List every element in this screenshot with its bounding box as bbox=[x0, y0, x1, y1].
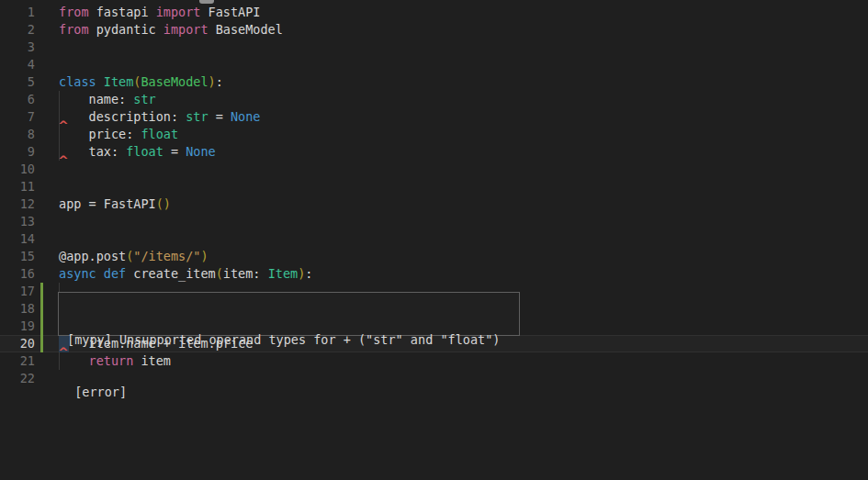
error-caret-icon: ^ bbox=[59, 119, 68, 131]
line-number[interactable]: 18 bbox=[0, 300, 35, 318]
code-token: "/items/" bbox=[133, 249, 200, 263]
line-number[interactable]: 9 bbox=[0, 143, 35, 161]
code-token: tax: bbox=[59, 144, 126, 159]
code-token: str bbox=[133, 92, 155, 106]
code-token: = bbox=[209, 109, 231, 124]
line-number[interactable]: 5 bbox=[0, 73, 35, 91]
code-line[interactable]: price: float bbox=[59, 126, 312, 143]
code-token: description: bbox=[59, 109, 186, 124]
code-editor[interactable]: 12345678910111213141516171819202122 from… bbox=[0, 0, 868, 480]
code-token: price: bbox=[59, 127, 141, 141]
git-added-bar bbox=[40, 283, 43, 352]
code-line[interactable]: description: str = None bbox=[59, 108, 312, 126]
code-line[interactable]: from fastapi import FastAPI bbox=[59, 4, 312, 21]
code-token: float bbox=[141, 127, 178, 141]
diagnostic-tooltip: [mypy] Unsupported operand types for + (… bbox=[58, 292, 520, 336]
code-token: : bbox=[216, 74, 223, 89]
line-number[interactable]: 17 bbox=[0, 283, 35, 300]
code-token: () bbox=[156, 196, 171, 211]
code-token: ( bbox=[216, 266, 223, 281]
code-token: ) bbox=[200, 249, 208, 263]
code-token: import bbox=[163, 22, 209, 37]
code-token: Item bbox=[104, 74, 134, 89]
code-line[interactable]: async def create_item(item: Item): bbox=[59, 265, 312, 283]
code-token: float bbox=[126, 144, 163, 159]
code-line[interactable] bbox=[59, 56, 312, 73]
code-token bbox=[96, 74, 104, 89]
code-token: None bbox=[231, 109, 261, 124]
code-token: def bbox=[104, 266, 126, 281]
code-line[interactable]: app = FastAPI() bbox=[59, 195, 312, 213]
code-token: name: bbox=[59, 92, 133, 106]
code-token: FastAPI bbox=[200, 5, 260, 19]
line-number[interactable]: 19 bbox=[0, 318, 35, 335]
line-number[interactable]: 15 bbox=[0, 248, 35, 265]
code-token: fastapi bbox=[89, 5, 156, 19]
code-token: BaseModel bbox=[141, 74, 208, 89]
line-number[interactable]: 1 bbox=[0, 4, 35, 21]
line-number[interactable]: 14 bbox=[0, 230, 35, 248]
code-token: : bbox=[305, 266, 312, 281]
code-token: @app.post bbox=[59, 249, 126, 263]
code-token: async bbox=[59, 266, 96, 281]
code-line[interactable]: name: str bbox=[59, 91, 312, 108]
code-line[interactable]: tax: float = None bbox=[59, 143, 312, 161]
diagnostic-severity: [error] bbox=[67, 384, 519, 401]
line-number[interactable]: 2 bbox=[0, 21, 35, 39]
line-number[interactable]: 10 bbox=[0, 161, 35, 178]
line-number[interactable]: 12 bbox=[0, 195, 35, 213]
code-token bbox=[96, 266, 104, 281]
code-line[interactable] bbox=[59, 178, 312, 195]
code-token: Item bbox=[268, 266, 299, 281]
line-number-gutter: 12345678910111213141516171819202122 bbox=[0, 4, 35, 387]
code-token: import bbox=[156, 5, 201, 19]
line-number[interactable]: 21 bbox=[0, 352, 35, 370]
line-number[interactable]: 13 bbox=[0, 213, 35, 230]
code-line[interactable]: class Item(BaseModel): bbox=[59, 73, 312, 91]
code-line[interactable] bbox=[59, 161, 312, 178]
line-number[interactable]: 6 bbox=[0, 91, 35, 108]
code-token: str bbox=[186, 109, 208, 124]
line-number[interactable]: 22 bbox=[0, 370, 35, 387]
line-number[interactable]: 11 bbox=[0, 178, 35, 195]
line-number[interactable]: 20 bbox=[0, 335, 35, 352]
code-token: from bbox=[59, 22, 89, 37]
line-number[interactable]: 4 bbox=[0, 56, 35, 73]
code-token: BaseModel bbox=[209, 22, 283, 37]
code-token: class bbox=[59, 74, 96, 89]
code-token: = bbox=[163, 144, 186, 159]
code-token: item: bbox=[223, 266, 268, 281]
line-number[interactable]: 8 bbox=[0, 126, 35, 143]
error-caret-icon: ^ bbox=[59, 154, 68, 166]
code-token: app = FastAPI bbox=[59, 196, 156, 211]
code-token: pydantic bbox=[89, 22, 163, 37]
code-token: from bbox=[59, 5, 89, 19]
line-number[interactable]: 7 bbox=[0, 108, 35, 126]
code-token: None bbox=[186, 144, 216, 159]
code-line[interactable] bbox=[59, 213, 312, 230]
top-overlay-fragment bbox=[199, 0, 214, 4]
line-number[interactable]: 16 bbox=[0, 265, 35, 283]
diagnostic-message: [mypy] Unsupported operand types for + (… bbox=[67, 331, 519, 349]
line-number[interactable]: 3 bbox=[0, 39, 35, 56]
code-line[interactable] bbox=[59, 230, 312, 248]
code-token: ) bbox=[209, 74, 216, 89]
code-line[interactable]: from pydantic import BaseModel bbox=[59, 21, 312, 39]
code-line[interactable]: @app.post("/items/") bbox=[59, 248, 312, 265]
code-line[interactable] bbox=[59, 39, 312, 56]
code-token: create_item bbox=[126, 266, 216, 281]
